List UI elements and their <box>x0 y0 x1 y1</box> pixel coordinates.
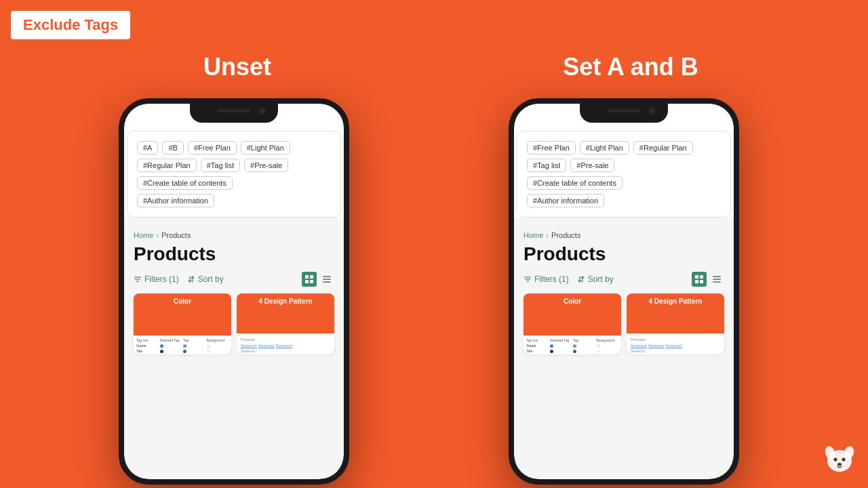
svg-rect-7 <box>323 276 331 277</box>
right-phone-screen: #Free Plan #Light Plan #Regular Plan #Ta… <box>514 104 734 479</box>
left-breadcrumb: Home › Products <box>134 231 334 239</box>
left-tags-row-1: #A #B #Free Plan #Light Plan <box>137 141 331 155</box>
exclude-tags-badge: Exclude Tags <box>11 11 130 39</box>
right-view-icons <box>692 272 724 287</box>
right-breadcrumb: Home › Products <box>524 231 724 239</box>
svg-point-24 <box>842 458 846 462</box>
breadcrumb-sep: › <box>156 231 159 239</box>
right-product-grid: Color Tag List Selected Tag Tag Backgrou… <box>524 293 724 354</box>
right-list-icon <box>712 274 722 284</box>
tag-chip: #Author information <box>137 194 214 207</box>
svg-rect-18 <box>713 279 721 280</box>
tag-chip: #Pre-sale <box>244 159 288 172</box>
right-notch <box>580 104 668 123</box>
left-sort-button[interactable]: Sort by <box>187 274 224 284</box>
right-list-view-button[interactable] <box>709 272 724 287</box>
breadcrumb-home[interactable]: Home <box>134 231 153 239</box>
right-filters-bar: Filters (1) Sort by <box>524 272 724 287</box>
svg-rect-6 <box>310 280 313 283</box>
svg-rect-19 <box>713 281 721 283</box>
right-breadcrumb-sep: › <box>546 231 549 239</box>
tag-chip: #Regular Plan <box>633 141 693 155</box>
left-card-label-2: 4 Design Pattern <box>237 298 334 305</box>
left-product-card-2[interactable]: 4 Design Pattern Preview Sentence1 Sente… <box>237 293 334 354</box>
tag-chip: #Tag list <box>527 159 566 172</box>
right-grid-view-button[interactable] <box>692 272 707 287</box>
svg-rect-14 <box>700 275 703 279</box>
left-sort-label: Sort by <box>198 274 224 284</box>
tag-chip: #Create table of contents <box>527 176 623 190</box>
tag-chip: #Regular Plan <box>137 159 197 172</box>
right-sort-button[interactable]: Sort by <box>577 274 614 284</box>
left-phone-screen: #A #B #Free Plan #Light Plan #Regular Pl… <box>124 104 344 479</box>
left-speaker <box>217 109 251 113</box>
svg-point-25 <box>837 463 842 466</box>
right-product-card-2[interactable]: 4 Design Pattern Preview Sentence1 Sente… <box>627 293 724 354</box>
list-icon <box>322 274 332 284</box>
svg-rect-15 <box>695 280 698 283</box>
left-tags-panel: #A #B #Free Plan #Light Plan #Regular Pl… <box>127 131 341 218</box>
right-tags-row-3: #Create table of contents <box>527 176 721 190</box>
left-view-icons <box>302 272 334 287</box>
right-filter-button[interactable]: Filters (1) <box>524 274 569 284</box>
tag-chip: #B <box>162 141 183 155</box>
svg-rect-5 <box>305 280 309 283</box>
left-phone: #A #B #Free Plan #Light Plan #Regular Pl… <box>119 98 349 485</box>
filter-icon <box>134 275 142 283</box>
right-breadcrumb-home[interactable]: Home <box>524 231 543 239</box>
left-notch <box>190 104 278 123</box>
left-tags-row-2: #Regular Plan #Tag list #Pre-sale <box>137 159 331 172</box>
right-section-title: Set A and B <box>515 53 746 81</box>
left-products-area: Home › Products Products Filters (1) <box>124 223 344 354</box>
tag-chip: #Tag list <box>201 159 240 172</box>
svg-rect-13 <box>695 275 698 279</box>
left-grid-view-button[interactable] <box>302 272 317 287</box>
right-card-bookmark-1: ⊿ <box>612 342 618 352</box>
left-product-image-2: 4 Design Pattern Preview Sentence1 Sente… <box>237 293 334 354</box>
right-product-image-1: Color Tag List Selected Tag Tag Backgrou… <box>524 293 621 354</box>
left-card-label-1: Color <box>134 298 231 305</box>
tag-chip: #Free Plan <box>188 141 237 155</box>
right-phone: #Free Plan #Light Plan #Regular Plan #Ta… <box>509 98 739 485</box>
right-speaker <box>607 109 641 113</box>
right-products-title: Products <box>524 243 724 265</box>
right-tags-row-4: #Author information <box>527 194 721 207</box>
dog-logo <box>823 443 856 476</box>
right-filter-icon <box>524 275 532 283</box>
right-breadcrumb-current: Products <box>551 231 580 239</box>
right-tags-panel: #Free Plan #Light Plan #Regular Plan #Ta… <box>517 131 731 218</box>
tag-chip: #Pre-sale <box>570 159 614 172</box>
svg-rect-16 <box>700 280 703 283</box>
right-products-area: Home › Products Products Filters (1) <box>514 223 734 354</box>
svg-rect-9 <box>323 281 331 283</box>
left-product-image-1: Color Tag List Selected Tag Tag Backgrou… <box>134 293 231 354</box>
right-sort-icon <box>577 275 585 283</box>
left-tags-row-3: #Create table of contents <box>137 176 331 190</box>
right-card-label-2: 4 Design Pattern <box>627 298 724 305</box>
left-card-bookmark-2: ⊿ <box>325 342 332 352</box>
tag-chip: #Create table of contents <box>137 176 233 190</box>
right-card-label-1: Color <box>524 298 621 305</box>
tag-chip: #Light Plan <box>241 141 290 155</box>
left-filter-button[interactable]: Filters (1) <box>134 274 179 284</box>
svg-point-23 <box>834 458 837 462</box>
right-grid-icon <box>694 274 704 284</box>
svg-rect-4 <box>310 275 313 279</box>
left-card-bookmark-1: ⊿ <box>222 342 229 352</box>
left-products-title: Products <box>134 243 334 265</box>
tag-chip: #Free Plan <box>527 141 576 155</box>
svg-rect-17 <box>713 276 721 277</box>
left-list-view-button[interactable] <box>319 272 334 287</box>
right-tags-row-1: #Free Plan #Light Plan #Regular Plan <box>527 141 721 155</box>
svg-rect-3 <box>305 275 309 279</box>
left-filter-label: Filters (1) <box>144 274 179 284</box>
right-card-bookmark-2: ⊿ <box>715 342 722 352</box>
breadcrumb-current: Products <box>161 231 191 239</box>
right-filter-label: Filters (1) <box>534 274 569 284</box>
tag-chip: #Author information <box>527 194 604 207</box>
left-filters-bar: Filters (1) Sort by <box>134 272 334 287</box>
left-product-card-1[interactable]: Color Tag List Selected Tag Tag Backgrou… <box>134 293 231 354</box>
tag-chip: #Light Plan <box>580 141 629 155</box>
svg-rect-8 <box>323 279 331 280</box>
right-product-card-1[interactable]: Color Tag List Selected Tag Tag Backgrou… <box>524 293 621 354</box>
